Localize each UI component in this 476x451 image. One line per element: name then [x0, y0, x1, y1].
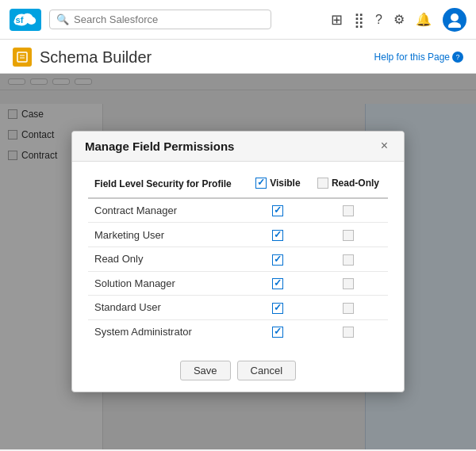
help-circle-icon: ? [452, 52, 463, 63]
add-icon[interactable]: ⊞ [331, 11, 343, 29]
row-visible-cell [248, 247, 309, 271]
content-area: Case Contact Contract Manage Field Permi… [0, 74, 476, 449]
nav-icons: ⊞ ⣿ ? ⚙ 🔔 [331, 8, 466, 32]
permissions-table-body: Contract ManagerMarketing UserRead OnlyS… [88, 198, 388, 343]
visible-header-label: Visible [270, 178, 300, 189]
svg-point-5 [451, 13, 459, 21]
row-profile-name: System Administrator [88, 319, 248, 343]
grid-icon[interactable]: ⣿ [354, 11, 364, 29]
row-readonly-cell [309, 247, 388, 271]
readonly-header-checkbox[interactable] [317, 178, 328, 189]
row-readonly-cell [309, 319, 388, 343]
svg-rect-7 [17, 52, 27, 62]
avatar[interactable] [443, 8, 466, 32]
visible-header-cb-wrap: Visible [255, 178, 300, 189]
salesforce-logo: sf [10, 9, 41, 31]
readonly-header-label: Read-Only [332, 178, 379, 189]
readonly-header-cb-wrap: Read-Only [317, 178, 379, 189]
row-visible-checkbox-3[interactable] [272, 278, 283, 289]
bell-icon[interactable]: 🔔 [416, 12, 432, 27]
table-row: System Administrator [88, 319, 388, 343]
row-visible-cell [248, 223, 309, 247]
col-header-profile: Field Level Security for Profile [88, 174, 248, 198]
row-visible-checkbox-1[interactable] [272, 230, 283, 241]
row-profile-name: Marketing User [88, 223, 248, 247]
help-link-text: Help for this Page [374, 52, 450, 63]
svg-text:sf: sf [15, 15, 23, 25]
row-visible-checkbox-5[interactable] [272, 327, 283, 338]
row-readonly-cell [309, 223, 388, 247]
manage-field-permissions-modal: Manage Field Permissions × Field Level S… [71, 131, 405, 392]
table-row: Marketing User [88, 223, 388, 247]
row-readonly-cell [309, 296, 388, 320]
row-readonly-cell [309, 198, 388, 223]
row-readonly-checkbox-3[interactable] [343, 278, 354, 289]
cancel-button[interactable]: Cancel [237, 361, 296, 380]
modal-close-button[interactable]: × [378, 140, 391, 152]
visible-header-checkbox[interactable] [255, 178, 267, 189]
modal-title: Manage Field Permissions [85, 140, 234, 153]
row-profile-name: Read Only [88, 247, 248, 271]
svg-point-6 [448, 22, 461, 28]
table-row: Read Only [88, 247, 388, 271]
col-header-readonly: Read-Only [309, 174, 388, 198]
row-profile-name: Solution Manager [88, 271, 248, 296]
table-header-row: Field Level Security for Profile Visible [88, 174, 388, 198]
row-readonly-checkbox-4[interactable] [343, 303, 354, 314]
help-link[interactable]: Help for this Page ? [374, 52, 463, 63]
search-icon: 🔍 [56, 13, 69, 25]
modal-body: Field Level Security for Profile Visible [72, 162, 404, 353]
row-profile-name: Contract Manager [88, 198, 248, 223]
top-navigation: sf 🔍 ⊞ ⣿ ? ⚙ 🔔 [0, 0, 476, 40]
page-title: Schema Builder [40, 48, 152, 67]
row-visible-checkbox-2[interactable] [272, 254, 283, 266]
table-row: Contract Manager [88, 198, 388, 223]
search-bar[interactable]: 🔍 [49, 10, 271, 29]
svg-point-2 [27, 16, 36, 24]
save-button[interactable]: Save [180, 361, 231, 380]
row-profile-name: Standard User [88, 296, 248, 320]
table-row: Standard User [88, 296, 388, 320]
row-readonly-checkbox-5[interactable] [343, 327, 354, 338]
modal-footer: Save Cancel [72, 353, 404, 392]
row-visible-checkbox-4[interactable] [272, 303, 283, 314]
row-readonly-checkbox-2[interactable] [343, 254, 354, 266]
row-visible-checkbox-0[interactable] [272, 205, 283, 216]
modal-header: Manage Field Permissions × [72, 132, 404, 162]
table-row: Solution Manager [88, 271, 388, 296]
page-title-row: Schema Builder [13, 48, 152, 67]
row-readonly-checkbox-1[interactable] [343, 230, 354, 241]
row-visible-cell [248, 198, 309, 223]
col-header-visible: Visible [248, 174, 309, 198]
row-readonly-checkbox-0[interactable] [343, 205, 354, 216]
search-input[interactable] [74, 13, 264, 25]
page-icon [13, 48, 32, 67]
row-visible-cell [248, 296, 309, 320]
settings-icon[interactable]: ⚙ [393, 12, 405, 27]
page-header: Schema Builder Help for this Page ? [0, 40, 476, 74]
row-readonly-cell [309, 271, 388, 296]
row-visible-cell [248, 319, 309, 343]
row-visible-cell [248, 271, 309, 296]
permissions-table: Field Level Security for Profile Visible [88, 174, 388, 343]
modal-overlay: Manage Field Permissions × Field Level S… [0, 74, 476, 449]
help-icon[interactable]: ? [375, 13, 382, 27]
